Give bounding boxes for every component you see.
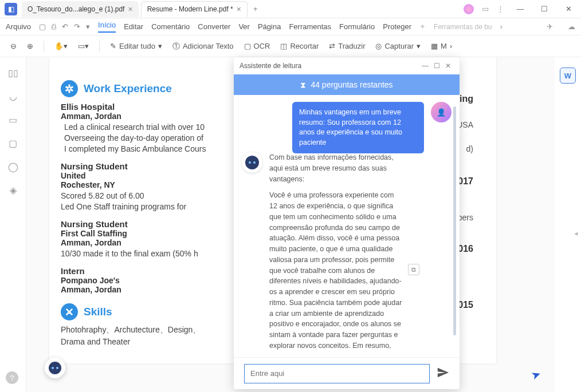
redo-icon[interactable]: ↷ xyxy=(74,22,80,31)
questions-remaining-banner: ⧗ 44 perguntas restantes xyxy=(234,74,460,95)
word-export-icon[interactable]: W xyxy=(560,68,576,84)
app-icon: ◧ xyxy=(5,3,17,15)
layers-icon[interactable]: ◈ xyxy=(10,185,17,196)
menu-converter[interactable]: Converter xyxy=(198,22,230,31)
send-icon[interactable]: ✈ xyxy=(547,22,553,31)
bookmark-icon[interactable]: ◡ xyxy=(9,91,17,102)
add-text-button[interactable]: Ⓣ Adicionar Texto xyxy=(172,41,234,52)
chat-icon[interactable]: ▭ xyxy=(482,5,489,13)
capture-button[interactable]: ◎ Capturar▾ xyxy=(375,42,421,50)
crop-button[interactable]: ◫ Recortar xyxy=(280,42,319,50)
zoom-out-button[interactable]: ⊖ xyxy=(10,42,17,50)
bot-avatar-icon xyxy=(242,152,262,173)
scrollbar[interactable] xyxy=(453,106,456,335)
user-avatar-icon: 👤 xyxy=(431,102,452,122)
translate-icon: ⇄ xyxy=(329,42,335,50)
ocr-icon: ▢ xyxy=(244,42,251,50)
menu-editar[interactable]: Editar xyxy=(124,22,143,31)
menu-comentario[interactable]: Comentário xyxy=(151,22,190,31)
expand-right-button[interactable]: ◂ xyxy=(574,229,581,246)
hourglass-icon: ⧗ xyxy=(300,80,306,90)
cloud-icon[interactable]: ☁ xyxy=(568,22,575,31)
page-display-icon[interactable]: ▭▾ xyxy=(78,42,89,50)
undo-icon[interactable]: ↶ xyxy=(62,22,68,31)
left-rail: ▯▯ ◡ ▭ ▢ ◯ ◈ xyxy=(0,57,26,392)
menu-proteger[interactable]: Proteger xyxy=(383,22,411,31)
zoom-in-button[interactable]: ⊕ xyxy=(27,42,33,50)
crop-icon: ◫ xyxy=(280,42,287,50)
close-icon[interactable]: × xyxy=(237,5,241,14)
panel-title: Assistente de leitura xyxy=(240,62,419,70)
reading-assistant-panel: Assistente de leitura — ☐ ✕ ⧗ 44 pergunt… xyxy=(234,57,460,389)
thumbnails-icon[interactable]: ▯▯ xyxy=(8,68,18,78)
menu-ferramentas[interactable]: Ferramentas xyxy=(289,22,331,31)
tab-file-1[interactable]: O_Tesouro_do...alego_e (1).pdf × xyxy=(22,1,139,17)
user-avatar-icon[interactable] xyxy=(464,4,474,14)
pencil-icon: ✎ xyxy=(110,42,116,50)
send-button[interactable] xyxy=(437,366,449,381)
add-tab-button[interactable]: + xyxy=(250,5,261,13)
bot-message: Com base nas informações fornecidas, aqu… xyxy=(269,152,402,353)
copy-button[interactable]: ⧉ xyxy=(408,264,419,275)
tab-label: O_Tesouro_do...alego_e (1).pdf xyxy=(28,5,124,13)
maximize-button[interactable]: ☐ xyxy=(536,1,552,17)
translate-button[interactable]: ⇄ Traduzir xyxy=(329,42,365,50)
menu-formulario[interactable]: Formulário xyxy=(339,22,375,31)
tab-label: Resume - Modern Line.pdf * xyxy=(147,5,233,13)
assistant-launcher-button[interactable] xyxy=(45,358,65,378)
tab-file-2[interactable]: Resume - Modern Line.pdf * × xyxy=(141,1,248,17)
right-text: d) xyxy=(466,144,473,153)
chat-input[interactable] xyxy=(244,364,430,383)
close-icon[interactable]: × xyxy=(128,5,132,14)
tools-icon: ✕ xyxy=(61,303,78,320)
maximize-icon[interactable]: ☐ xyxy=(431,62,442,70)
gear-icon: ✲ xyxy=(61,80,78,97)
ocr-button[interactable]: ▢ OCR xyxy=(244,42,270,50)
search-icon[interactable]: ◯ xyxy=(8,161,18,172)
menu-pagina[interactable]: Página xyxy=(258,22,281,31)
attachment-icon[interactable]: ▢ xyxy=(9,138,17,149)
minimize-icon[interactable]: — xyxy=(419,62,431,70)
hand-tool-icon[interactable]: ✋▾ xyxy=(54,42,68,50)
camera-icon: ◎ xyxy=(375,42,382,50)
close-icon[interactable]: ✕ xyxy=(442,62,454,70)
open-icon[interactable]: ▢ xyxy=(39,22,46,31)
print-icon[interactable]: ⎙ xyxy=(52,22,56,31)
close-button[interactable]: ✕ xyxy=(560,1,576,17)
grid-icon: ▦ xyxy=(431,42,438,50)
minimize-button[interactable]: — xyxy=(512,1,528,17)
help-button[interactable]: ? xyxy=(6,371,18,384)
file-menu[interactable]: Arquivo xyxy=(6,22,31,31)
menu-inicio[interactable]: Início xyxy=(98,21,116,33)
text-icon: Ⓣ xyxy=(172,41,180,52)
edit-all-button[interactable]: ✎ Editar tudo▾ xyxy=(110,42,162,50)
user-message: Minhas vantagens em um breve resumo: Sou… xyxy=(292,102,424,153)
search-tools-hint[interactable]: Ferramentas de bu xyxy=(434,23,492,31)
menu-ver[interactable]: Ver xyxy=(238,22,250,31)
dropdown-icon[interactable]: ▾ xyxy=(86,22,90,31)
comment-icon[interactable]: ▭ xyxy=(9,114,17,125)
more-button[interactable]: ▦ M› xyxy=(431,42,452,50)
kebab-icon[interactable]: ⋮ xyxy=(497,5,504,13)
section-work-experience: Work Experience xyxy=(84,82,172,95)
section-skills: Skills xyxy=(84,306,112,318)
